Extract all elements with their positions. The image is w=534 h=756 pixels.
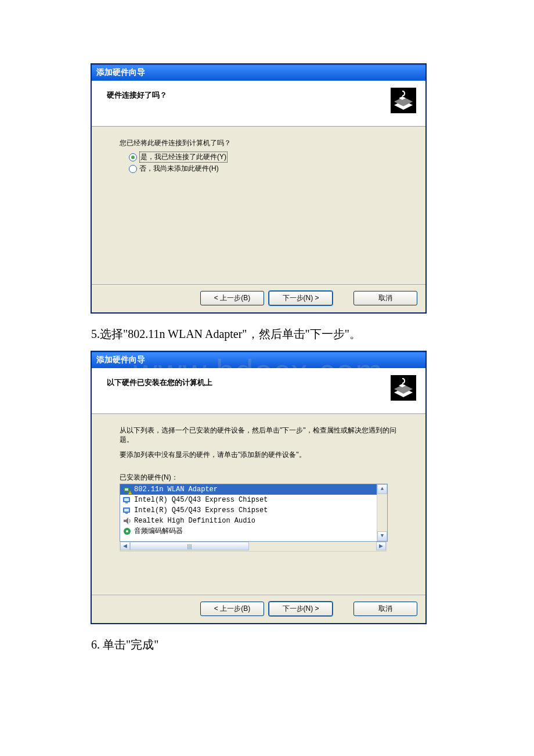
description-line-2: 要添加列表中没有显示的硬件，请单击"添加新的硬件设备"。 xyxy=(120,450,403,459)
list-item[interactable]: Intel(R) Q45/Q43 Express Chipset xyxy=(120,505,377,516)
svg-rect-10 xyxy=(125,502,128,503)
scroll-up-button[interactable]: ▲ xyxy=(377,484,387,494)
wizard-button-bar: < 上一步(B) 下一步(N) > 取消 xyxy=(92,283,425,312)
list-item-label: Intel(R) Q45/Q43 Express Chipset xyxy=(134,506,268,514)
list-item-label: 802.11n WLAN Adapter xyxy=(134,485,218,494)
svg-rect-9 xyxy=(124,498,129,501)
scroll-left-button[interactable]: ◀ xyxy=(120,542,130,550)
wizard-button-bar: < 上一步(B) 下一步(N) > 取消 xyxy=(92,594,425,623)
horizontal-scrollbar[interactable]: ◀ ▶ xyxy=(120,542,387,552)
list-item[interactable]: ! 802.11n WLAN Adapter xyxy=(120,484,377,495)
svg-rect-13 xyxy=(125,513,128,514)
list-item[interactable]: 音频编码解码器 xyxy=(120,526,377,537)
description-line-1: 从以下列表，选择一个已安装的硬件设备，然后单击"下一步"，检查属性或解决您遇到的… xyxy=(120,426,403,444)
installed-hardware-label: 已安装的硬件(N)： xyxy=(120,473,403,483)
installed-hardware-listbox[interactable]: ! 802.11n WLAN Adapter Intel(R) Q45/Q43 … xyxy=(120,484,388,542)
display-adapter-icon xyxy=(122,495,132,505)
list-item-label: 音频编码解码器 xyxy=(134,526,183,536)
network-adapter-warning-icon: ! xyxy=(122,485,132,494)
wizard-body: 您已经将此硬件连接到计算机了吗？ 是，我已经连接了此硬件(Y) 否，我尚未添加此… xyxy=(92,127,425,283)
next-button[interactable]: 下一步(N) > xyxy=(269,602,333,616)
list-item-label: Intel(R) Q45/Q43 Express Chipset xyxy=(134,496,268,504)
connection-prompt: 您已经将此硬件连接到计算机了吗？ xyxy=(120,138,403,148)
svg-rect-12 xyxy=(124,509,129,512)
instruction-step-5: 5.选择"802.11n WLAN Adapter"，然后单击"下一步"。 xyxy=(91,326,443,342)
display-adapter-icon xyxy=(122,506,132,515)
titlebar-text: 添加硬件向导 xyxy=(96,355,145,365)
add-hardware-wizard-dialog-2: www.bdocx.com 添加硬件向导 以下硬件已安装在您的计算机上 从以下列… xyxy=(91,351,426,624)
wizard-header: 硬件连接好了吗？ xyxy=(92,81,425,127)
radio-no-label: 否，我尚未添加此硬件(H) xyxy=(139,164,219,174)
svg-point-3 xyxy=(402,384,403,386)
svg-point-1 xyxy=(402,97,403,99)
svg-point-15 xyxy=(126,530,128,532)
cancel-button[interactable]: 取消 xyxy=(353,602,417,616)
codec-icon xyxy=(122,527,132,536)
list-item[interactable]: Realtek High Definition Audio xyxy=(120,516,377,526)
scroll-down-button[interactable]: ▼ xyxy=(377,531,387,541)
hardware-wizard-icon xyxy=(391,375,416,401)
svg-text:!: ! xyxy=(129,491,131,494)
add-hardware-wizard-dialog-1: 添加硬件向导 硬件连接好了吗？ 您已经将此硬件连接到计算机了吗？ 是，我已经连接… xyxy=(91,64,426,313)
back-button[interactable]: < 上一步(B) xyxy=(200,291,264,305)
radio-no-row[interactable]: 否，我尚未添加此硬件(H) xyxy=(129,164,403,174)
scroll-thumb[interactable] xyxy=(130,542,249,550)
next-button[interactable]: 下一步(N) > xyxy=(269,291,333,305)
cancel-button[interactable]: 取消 xyxy=(353,291,417,305)
titlebar[interactable]: 添加硬件向导 xyxy=(92,64,425,81)
list-item[interactable]: Intel(R) Q45/Q43 Express Chipset xyxy=(120,495,377,505)
hardware-wizard-icon xyxy=(391,88,416,113)
svg-rect-5 xyxy=(125,488,128,491)
back-button[interactable]: < 上一步(B) xyxy=(200,602,264,616)
radio-yes-label: 是，我已经连接了此硬件(Y) xyxy=(139,152,228,163)
radio-no[interactable] xyxy=(129,165,137,173)
titlebar-text: 添加硬件向导 xyxy=(96,67,145,78)
instruction-step-6: 6. 单击"完成" xyxy=(91,636,443,653)
radio-yes[interactable] xyxy=(129,153,137,161)
vertical-scrollbar[interactable]: ▲ ▼ xyxy=(377,484,387,541)
scroll-right-button[interactable]: ▶ xyxy=(376,542,386,550)
wizard-header: 以下硬件已安装在您的计算机上 xyxy=(92,368,425,414)
wizard-body: 从以下列表，选择一个已安装的硬件设备，然后单击"下一步"，检查属性或解决您遇到的… xyxy=(92,414,425,594)
titlebar[interactable]: 添加硬件向导 xyxy=(92,352,425,368)
wizard-header-title: 硬件连接好了吗？ xyxy=(107,88,391,100)
list-item-label: Realtek High Definition Audio xyxy=(134,517,255,525)
wizard-header-title: 以下硬件已安装在您的计算机上 xyxy=(107,375,391,388)
audio-device-icon xyxy=(122,516,132,525)
radio-yes-row[interactable]: 是，我已经连接了此硬件(Y) xyxy=(129,152,403,163)
